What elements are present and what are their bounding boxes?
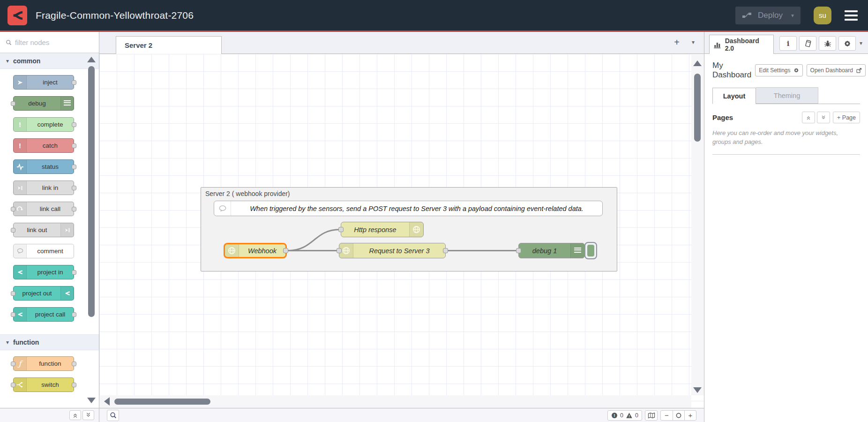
palette-node-project-call[interactable]: project call (13, 307, 74, 322)
notifications-counts[interactable]: ! 0 ! 0 (607, 410, 642, 421)
tab-theming[interactable]: Theming (756, 87, 818, 104)
canvas-footer: ! 0 ! 0 − + (99, 408, 704, 422)
add-flow-button[interactable]: + (674, 38, 680, 46)
info-tab-button[interactable]: i (779, 36, 797, 51)
map-icon (648, 412, 655, 419)
palette-category-function[interactable]: ▾ function (0, 334, 99, 350)
switch-icon (14, 378, 27, 392)
comment-bubble-icon (14, 244, 27, 258)
debug-list-icon (60, 97, 74, 110)
exclamation-icon: ! (14, 139, 27, 152)
palette-scrollbar-thumb[interactable] (88, 66, 95, 317)
palette-node-function[interactable]: ƒ function (13, 356, 74, 371)
palette-filter-input[interactable] (15, 38, 81, 46)
palette-scroll-down-arrow[interactable] (87, 398, 96, 403)
palette-node-project-in[interactable]: project in (13, 265, 74, 279)
palette-node-link-in[interactable]: link in (13, 181, 74, 195)
palette-collapse-all-button[interactable] (69, 410, 81, 420)
inject-arrow-icon (14, 75, 27, 89)
input-port[interactable] (516, 248, 521, 253)
palette-search[interactable] (0, 32, 99, 53)
add-page-button[interactable]: + Page (833, 112, 860, 123)
zoom-reset-button[interactable] (673, 411, 684, 420)
deploy-nodes-icon (742, 12, 752, 19)
comment-text: When triggered by the sensors, send a PO… (231, 205, 602, 212)
output-port[interactable] (443, 248, 448, 253)
zoom-controls: − + (660, 410, 696, 421)
function-f-icon: ƒ (14, 357, 27, 370)
warning-count: 0 (635, 412, 638, 419)
pages-heading: Pages (712, 113, 733, 121)
debug-tab-button[interactable] (819, 36, 836, 51)
divider (712, 154, 860, 155)
flow-node-request-to-server-3[interactable]: Request to Server 3 (339, 243, 446, 258)
chevron-down-icon: ▾ (6, 58, 9, 64)
move-page-up-button[interactable] (802, 112, 815, 123)
edit-settings-button[interactable]: Edit Settings (755, 64, 802, 76)
palette-node-status[interactable]: status (13, 159, 74, 174)
external-link-icon (856, 68, 862, 74)
globe-icon (225, 244, 239, 257)
debug-list-icon (570, 243, 584, 258)
palette-node-inject[interactable]: inject (13, 75, 74, 90)
node-red-app: Fragile-Common-Yellowthroat-2706 Deploy … (0, 0, 868, 422)
svg-text:!: ! (629, 414, 630, 418)
palette-node-switch[interactable]: switch (13, 377, 74, 392)
palette-node-link-call[interactable]: link call (13, 202, 74, 216)
navigator-map-button[interactable] (645, 410, 658, 421)
input-port[interactable] (337, 248, 342, 253)
debug-enable-toggle[interactable] (584, 242, 597, 259)
input-port[interactable] (338, 227, 344, 232)
palette-node-debug[interactable]: debug (13, 96, 74, 111)
palette-category-common[interactable]: ▾ common (0, 53, 99, 69)
exclamation-icon: ! (14, 118, 27, 131)
flow-node-debug-1[interactable]: debug 1 (518, 243, 585, 258)
flow-list-caret[interactable]: ▾ (692, 39, 695, 45)
flow-tabbar: Server 2 + ▾ (99, 32, 704, 54)
palette-footer (0, 408, 99, 422)
link-arrow-icon (14, 181, 27, 195)
palette-node-project-out[interactable]: project out (13, 286, 74, 301)
flow-node-http-response[interactable]: Http response (341, 222, 424, 237)
palette-scroll-up-arrow[interactable] (87, 57, 96, 62)
globe-icon (409, 222, 423, 237)
user-avatar[interactable]: su (814, 7, 831, 24)
palette-node-catch[interactable]: ! catch (13, 138, 74, 153)
move-page-down-button[interactable] (817, 112, 830, 123)
pulse-icon (14, 160, 27, 173)
palette-node-complete[interactable]: ! complete (13, 117, 74, 132)
palette-node-link-out[interactable]: link out (13, 223, 74, 237)
sidebar-tab-dashboard[interactable]: Dashboard 2.0 (709, 35, 774, 54)
dashboard-name: My Dashboard (712, 61, 751, 80)
output-port[interactable] (283, 248, 288, 253)
deploy-options-caret[interactable]: ▾ (791, 12, 794, 19)
book-icon (804, 40, 812, 47)
flow-node-comment[interactable]: When triggered by the sensors, send a PO… (214, 201, 603, 216)
flow-tab-server-2[interactable]: Server 2 (116, 36, 222, 54)
palette-expand-all-button[interactable] (82, 410, 94, 420)
fork-icon (14, 265, 27, 279)
search-flows-button[interactable] (107, 410, 119, 421)
config-nodes-tab-button[interactable] (838, 36, 856, 51)
right-sidebar: Dashboard 2.0 i ▾ (704, 32, 868, 422)
flow-node-webhook[interactable]: Webhook (224, 243, 287, 258)
palette-node-comment[interactable]: comment (13, 244, 74, 258)
zoom-in-button[interactable]: + (684, 411, 696, 420)
main-menu-button[interactable] (845, 10, 861, 21)
node-red-logo-icon (7, 6, 27, 25)
comment-bubble-icon (214, 201, 231, 216)
sidebar-options-caret[interactable]: ▾ (860, 40, 862, 46)
app-header: Fragile-Common-Yellowthroat-2706 Deploy … (0, 0, 868, 32)
zoom-out-button[interactable]: − (661, 411, 673, 420)
error-count: 0 (620, 412, 623, 419)
help-tab-button[interactable] (799, 36, 816, 51)
search-icon (6, 39, 12, 45)
gear-icon (844, 40, 851, 47)
flow-canvas[interactable]: Server 2 ( webhook provider) When trigge… (99, 54, 704, 408)
search-icon (110, 412, 117, 419)
open-dashboard-button[interactable]: Open Dashboard (807, 64, 866, 76)
bug-icon (824, 40, 831, 47)
deploy-button[interactable]: Deploy ▾ (735, 7, 801, 24)
link-call-icon (14, 202, 27, 216)
tab-layout[interactable]: Layout (712, 88, 756, 104)
